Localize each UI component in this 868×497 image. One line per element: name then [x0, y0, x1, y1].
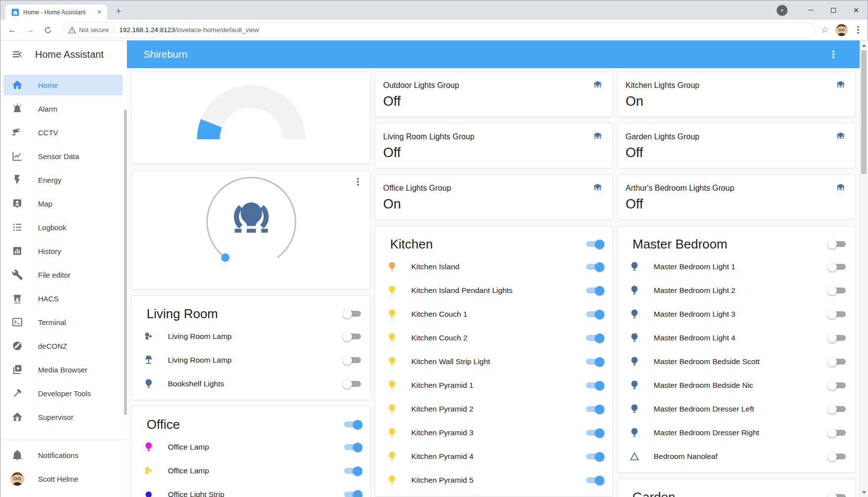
- sidebar-item-deconz[interactable]: deCONZ: [0, 334, 127, 358]
- sidebar-item-alarm[interactable]: Alarm: [0, 97, 127, 121]
- light-row[interactable]: Kitchen Pyramid 3: [375, 421, 612, 445]
- sidebar-item-history[interactable]: History: [0, 239, 127, 263]
- bulb-icon[interactable]: [629, 332, 640, 344]
- back-button[interactable]: ←: [5, 23, 19, 37]
- bulb-icon[interactable]: [629, 308, 640, 320]
- light-row[interactable]: Master Bedroom Bedside Nic: [618, 373, 855, 397]
- bulb-icon[interactable]: [386, 403, 398, 415]
- light-row[interactable]: Kitchen Wall Strip Light: [375, 350, 612, 373]
- light-row[interactable]: Master Bedroom Light 4: [618, 326, 855, 350]
- light-toggle[interactable]: [343, 379, 362, 389]
- light-row[interactable]: Kitchen Island: [375, 255, 612, 279]
- brightness-dial[interactable]: [132, 173, 370, 270]
- light-row[interactable]: Kitchen Pyramid 4: [375, 445, 612, 468]
- browser-menu-icon[interactable]: [854, 25, 863, 36]
- light-toggle[interactable]: [343, 490, 362, 497]
- bulb-icon[interactable]: [629, 427, 640, 439]
- scrollbar-thumb[interactable]: [861, 50, 867, 174]
- bulb-icon[interactable]: [386, 332, 398, 344]
- bulb-icon[interactable]: [629, 403, 640, 415]
- light-toggle[interactable]: [828, 428, 847, 438]
- light-row[interactable]: Kitchen Pyramid 5: [375, 468, 612, 492]
- bulb-icon[interactable]: [386, 474, 398, 486]
- light-group-card[interactable]: Arthur's Bedroom Lights Group Off: [617, 174, 856, 220]
- light-row[interactable]: Master Bedroom Dresser Left: [618, 397, 855, 421]
- lamp-icon[interactable]: [143, 354, 155, 366]
- light-toggle[interactable]: [828, 404, 847, 414]
- bulb-icon[interactable]: [386, 308, 398, 320]
- light-toggle[interactable]: [585, 286, 604, 296]
- bulb-icon[interactable]: [386, 356, 398, 368]
- not-secure-warning-icon[interactable]: [68, 26, 76, 34]
- sidebar-item-scott-helme[interactable]: Scott Helme: [0, 467, 127, 491]
- address-bar[interactable]: Not secure 192.168.1.24:8123/lovelace-ho…: [62, 22, 815, 38]
- sidebar-item-media-browser[interactable]: Media Browser: [0, 358, 127, 381]
- bulb-icon[interactable]: [629, 261, 640, 273]
- light-dial-card[interactable]: [131, 170, 371, 290]
- scroll-up-icon[interactable]: [862, 44, 866, 47]
- light-toggle[interactable]: [343, 355, 362, 366]
- bulb-icon[interactable]: [386, 427, 398, 439]
- minimize-button[interactable]: [799, 3, 822, 18]
- light-row[interactable]: Master Bedroom Light 2: [618, 279, 855, 302]
- light-toggle[interactable]: [585, 357, 604, 367]
- bulb-icon[interactable]: [143, 441, 155, 453]
- light-toggle[interactable]: [828, 262, 847, 272]
- bulb-icon[interactable]: [629, 285, 640, 296]
- light-row[interactable]: Master Bedroom Light 1: [618, 255, 855, 279]
- circles-icon[interactable]: [143, 331, 155, 342]
- light-group-card[interactable]: Outdoor Lights Group Off: [375, 72, 613, 117]
- light-toggle[interactable]: [828, 452, 847, 462]
- light-toggle[interactable]: [828, 309, 847, 320]
- browser-profile-avatar[interactable]: [835, 24, 848, 36]
- bookmark-star-icon[interactable]: ☆: [821, 25, 829, 35]
- light-group-card[interactable]: Kitchen Lights Group On: [617, 72, 856, 117]
- light-toggle[interactable]: [343, 331, 362, 342]
- menu-open-icon[interactable]: [11, 48, 23, 60]
- light-group-card[interactable]: Living Room Lights Group Off: [375, 123, 613, 168]
- light-toggle[interactable]: [585, 239, 604, 249]
- light-toggle[interactable]: [585, 380, 604, 391]
- light-row[interactable]: Office Light Strip: [132, 483, 370, 497]
- sidebar-item-file-editor[interactable]: File editor: [0, 263, 127, 287]
- light-group-card[interactable]: Garden Lights Group Off: [617, 123, 856, 168]
- not-secure-label[interactable]: Not secure: [79, 27, 109, 34]
- light-toggle[interactable]: [585, 309, 604, 320]
- triangle-icon[interactable]: [629, 451, 640, 462]
- light-toggle[interactable]: [343, 309, 362, 319]
- light-row[interactable]: Kitchen Pyramid 1: [375, 373, 612, 397]
- close-window-button[interactable]: ✕: [845, 3, 868, 18]
- bulb-icon[interactable]: [629, 379, 640, 391]
- light-toggle[interactable]: [343, 419, 362, 430]
- light-row[interactable]: Master Bedroom Bedside Scott: [618, 350, 855, 373]
- light-toggle[interactable]: [343, 442, 362, 453]
- circle-icon[interactable]: [143, 489, 155, 497]
- circles-icon[interactable]: [143, 465, 155, 477]
- maximize-button[interactable]: [822, 3, 845, 18]
- light-row[interactable]: Kitchen Island Pendant Lights: [375, 279, 612, 302]
- light-toggle[interactable]: [828, 380, 847, 391]
- light-row[interactable]: Kitchen Couch 1: [375, 302, 612, 326]
- bulb-icon[interactable]: [629, 356, 640, 368]
- light-toggle[interactable]: [585, 428, 604, 438]
- tab-close-icon[interactable]: ×: [95, 8, 103, 16]
- light-toggle[interactable]: [585, 404, 604, 414]
- light-toggle[interactable]: [828, 286, 847, 296]
- new-tab-button[interactable]: +: [112, 5, 125, 18]
- light-row[interactable]: Kitchen Couch 2: [375, 326, 612, 350]
- light-toggle[interactable]: [343, 466, 362, 476]
- light-toggle[interactable]: [828, 333, 847, 343]
- sidebar-item-terminal[interactable]: Terminal: [0, 310, 127, 334]
- sidebar-item-home[interactable]: Home: [0, 73, 127, 97]
- page-scrollbar[interactable]: [860, 41, 868, 497]
- light-row[interactable]: Office Lamp: [132, 435, 370, 459]
- light-row[interactable]: Master Bedroom Dresser Right: [618, 421, 855, 445]
- light-toggle[interactable]: [828, 239, 847, 249]
- light-row[interactable]: Office Lamp: [132, 459, 370, 483]
- light-toggle[interactable]: [585, 475, 604, 486]
- light-toggle[interactable]: [585, 452, 604, 462]
- light-toggle[interactable]: [585, 262, 604, 272]
- url-text[interactable]: 192.168.1.24:8123/lovelace-home/default_…: [119, 26, 259, 34]
- sidebar-item-notifications[interactable]: Notifications: [0, 443, 127, 467]
- sidebar-item-map[interactable]: Map: [0, 192, 127, 215]
